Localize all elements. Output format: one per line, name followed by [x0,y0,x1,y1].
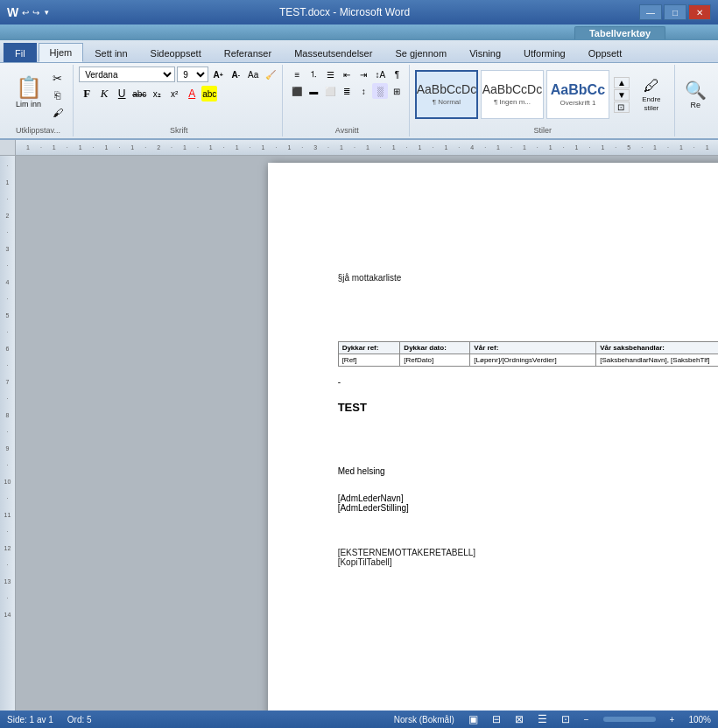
tab-masseutsendelser[interactable]: Masseutsendelser [283,43,384,62]
paragraph-group-label: Avsnitt [335,126,359,135]
style-overskrift1-preview: AaBbCc [551,82,605,98]
zoom-out[interactable]: − [584,715,589,724]
status-bar: Side: 1 av 1 Ord: 5 Norsk (Bokmål) ▣ ⊟ ⊠… [0,710,718,728]
superscript-button[interactable]: x² [166,86,182,102]
view-print-layout[interactable]: ▣ [468,713,478,725]
sort-button[interactable]: ↕A [372,66,388,82]
footer-area: [EKSTERNEMOTTAKERETABELL] [KopiTilTabell… [338,548,718,567]
style-overskrift1[interactable]: AaBbCc Overskrift 1 [546,70,609,119]
font-name-select[interactable]: Verdana [79,66,175,82]
tab-hjem[interactable]: Hjem [39,43,84,62]
eksterne-mottakere: [EKSTERNEMOTTAKERETABELL] [338,548,718,557]
clear-formatting-icon[interactable]: 🧹 [263,66,278,82]
tab-sideoppsett[interactable]: Sideoppsett [139,43,213,62]
language-indicator: Norsk (Bokmål) [394,715,454,724]
change-styles-icon: 🖊 [644,77,659,95]
title-bar-controls: — □ ✕ [639,4,711,20]
format-copy-button[interactable]: 🖌 [49,105,67,121]
change-styles-button[interactable]: 🖊 Endrestiler [632,69,671,120]
quick-access-dropdown[interactable]: ▼ [43,9,50,17]
re-button[interactable]: 🔍 Re [681,69,709,120]
zoom-slider[interactable] [603,717,656,722]
document-page[interactable]: Møre og Romsdal fylkeskommune §jå mottak… [268,163,718,710]
align-left-button[interactable]: ⬛ [289,83,305,99]
close-button[interactable]: ✕ [688,4,711,20]
style-normal[interactable]: AaBbCcDc ¶ Normal [415,70,478,119]
line-spacing-button[interactable]: ↕ [355,83,371,99]
left-signature: [AdmLederNavn] [AdmLederStilling] [338,494,409,513]
align-center-button[interactable]: ▬ [306,83,321,99]
uoff-paragraf: [UoffParagraf] [338,326,718,336]
view-web-layout[interactable]: ⊠ [515,713,524,725]
paste-button[interactable]: 📋 Lim inn [11,66,47,117]
tab-sett-inn[interactable]: Sett inn [83,43,138,62]
font-size-select[interactable]: 9 [177,66,208,82]
title-bar: W ↩ ↪ ▼ TEST.docx - Microsoft Word — □ ✕ [0,0,718,24]
page-info: Side: 1 av 1 [7,715,53,724]
paste-label: Lim inn [16,100,41,108]
view-outline[interactable]: ☰ [538,713,547,725]
font-group-label: Skrift [170,126,188,135]
align-right-button[interactable]: ⬜ [322,83,338,99]
styles-scroll-down[interactable]: ▼ [614,89,630,101]
quick-access-redo[interactable]: ↪ [32,8,39,18]
grow-font-icon[interactable]: A+ [210,66,226,82]
ref-value-1: [Ref] [338,354,400,367]
adm-leder-navn: [AdmLederNavn] [338,494,409,503]
minimize-button[interactable]: — [639,4,662,20]
styles-group-label: Stiler [534,126,553,135]
decrease-indent-button[interactable]: ⇤ [339,66,355,82]
tab-visning[interactable]: Visning [458,43,512,62]
justify-button[interactable]: ≣ [339,83,355,99]
change-styles-label: Endrestiler [642,95,660,112]
tab-se-gjennom[interactable]: Se gjennom [384,43,458,62]
cut-button[interactable]: ✂ [49,70,67,86]
copy-button[interactable]: ⎗ [49,88,67,103]
bold-button[interactable]: F [79,86,95,102]
quick-access-undo[interactable]: ↩ [22,8,29,18]
tab-referanser[interactable]: Referanser [213,43,283,62]
tab-oppsett[interactable]: Oppsett [577,43,634,62]
re-label: Re [690,101,700,109]
strikethrough-button[interactable]: abc [131,86,147,102]
ruler-content: 1·1·1·1·1·2·1·1·1·1·1·3·1·1·1·1·1·4·1·1·… [19,144,718,150]
horizontal-ruler: 1·1·1·1·1·2·1·1·1·1·1·3·1·1·1·1·1·4·1·1·… [16,140,718,156]
underline-button[interactable]: U [114,86,130,102]
multilevel-button[interactable]: ☰ [322,66,338,82]
tab-utforming[interactable]: Utforming [512,43,577,62]
increase-indent-button[interactable]: ⇥ [355,66,371,82]
styles-group: AaBbCcDc ¶ Normal AaBbCcDc ¶ Ingen m... … [412,65,674,136]
highlight-button[interactable]: abc [201,86,217,102]
document-canvas: Møre og Romsdal fylkeskommune §jå mottak… [16,156,718,710]
italic-button[interactable]: K [96,86,112,102]
view-fullscreen-reading[interactable]: ⊟ [492,713,501,725]
styles-more[interactable]: ⊡ [614,102,630,113]
mottakarliste-text: §jå mottakarliste [338,273,718,283]
shrink-font-icon[interactable]: A- [228,66,243,82]
signatures-area: [AdmLederNavn] [AdmLederStilling] [Saksb… [338,494,718,513]
ref-value-2: [RefDato] [400,354,470,367]
style-ingen[interactable]: AaBbCcDc ¶ Ingen m... [481,70,544,119]
subscript-button[interactable]: x₂ [149,86,165,102]
change-case-icon[interactable]: Aa [245,66,261,82]
cut-icon: ✂ [53,72,62,85]
numbering-button[interactable]: ⒈ [306,66,321,82]
borders-button[interactable]: ⊞ [389,83,405,99]
clipboard-group: 📋 Lim inn ✂ ⎗ 🖌 Utklippstav... [4,65,74,136]
tab-fil[interactable]: Fil [4,43,37,62]
styles-scroll-up[interactable]: ▲ [614,77,630,88]
style-ingen-label: ¶ Ingen m... [494,98,531,106]
ref-header-1: Dykkar ref: [338,342,400,354]
ribbon: 📋 Lim inn ✂ ⎗ 🖌 Utklippstav... Verd [0,63,718,140]
maximize-button[interactable]: □ [664,4,686,20]
pilcrow-button[interactable]: ¶ [389,66,405,82]
shading-button[interactable]: ░ [372,83,388,99]
style-overskrift1-label: Overskrift 1 [560,99,595,107]
zoom-in[interactable]: + [670,715,675,724]
view-draft[interactable]: ⊡ [561,713,570,725]
font-color-button[interactable]: A [184,86,200,102]
word-count: Ord: 5 [67,715,92,724]
style-normal-label: ¶ Normal [433,98,461,106]
ref-value-4: [SaksbehandlarNavn], [SaksbehTlf] [596,354,718,367]
bullets-button[interactable]: ≡ [289,66,305,82]
